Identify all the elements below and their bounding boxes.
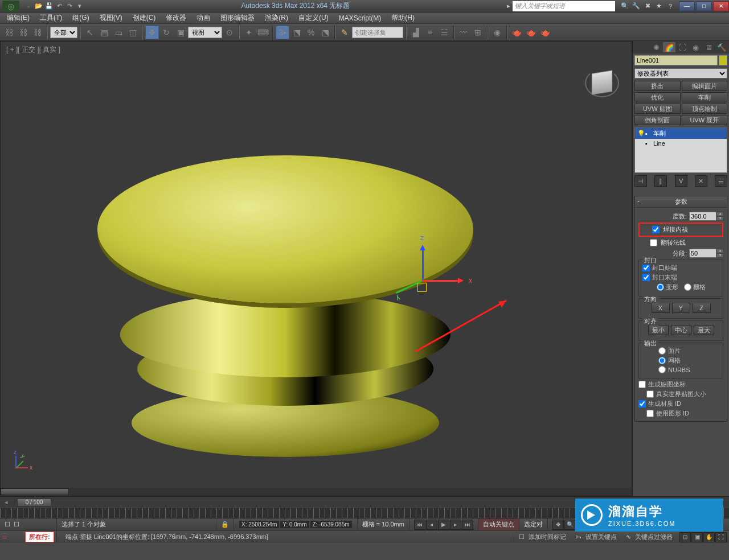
link-icon[interactable]: ⛓	[2, 26, 16, 39]
menu-edit[interactable]: 编辑(E)	[2, 12, 34, 24]
edit-selection-icon[interactable]: ✎	[338, 26, 351, 39]
maximize-icon[interactable]: ⛶	[715, 532, 727, 542]
manipulate-icon[interactable]: ✦	[242, 26, 256, 39]
show-end-icon[interactable]: ∥	[654, 175, 667, 187]
prev-frame-icon[interactable]: ◂	[426, 520, 437, 530]
favorites-icon[interactable]: ★	[654, 2, 664, 11]
set-key-button[interactable]: 设置关键点	[585, 533, 617, 540]
menu-tools[interactable]: 工具(T)	[35, 12, 67, 24]
remove-mod-icon[interactable]: ✕	[695, 175, 707, 187]
new-icon[interactable]: ▫	[24, 2, 33, 11]
align-max-button[interactable]: 最大	[694, 325, 714, 335]
dir-x-button[interactable]: X	[652, 303, 670, 313]
select-name-icon[interactable]: ▤	[97, 26, 111, 39]
dir-z-button[interactable]: Z	[693, 303, 711, 313]
hierarchy-tab-icon[interactable]: ⛶	[676, 42, 689, 52]
qat-dropdown-icon[interactable]: ▾	[75, 2, 84, 11]
menu-views[interactable]: 视图(V)	[95, 12, 127, 24]
menu-graph[interactable]: 图形编辑器	[216, 12, 259, 24]
angle-snap-icon[interactable]: ⬔	[290, 26, 304, 39]
pan-icon[interactable]: ✥	[552, 520, 564, 530]
out-nurbs-radio[interactable]	[658, 366, 666, 373]
subscription-icon[interactable]: 🔧	[631, 2, 641, 11]
spin-down-icon[interactable]: ▾	[716, 216, 723, 221]
menu-customize[interactable]: 自定义(U)	[294, 12, 333, 24]
lock-icon[interactable]: 🔒	[216, 518, 234, 530]
flip-normals-checkbox[interactable]	[650, 239, 657, 246]
sel-lock2-icon[interactable]: ☐	[14, 521, 19, 528]
exchange-icon[interactable]: ✖	[642, 2, 653, 11]
mod-btn-bevel[interactable]: 倒角剖面	[634, 115, 681, 125]
window-cross-icon[interactable]: ◫	[126, 26, 140, 39]
weld-core-checkbox[interactable]	[652, 226, 660, 233]
play-icon[interactable]: ▶	[438, 520, 449, 530]
view-cube[interactable]	[584, 64, 620, 101]
visibility-icon[interactable]: 💡	[637, 130, 643, 137]
rollout-header[interactable]: -参数	[635, 196, 727, 208]
morph-radio[interactable]	[657, 283, 664, 291]
menu-render[interactable]: 渲染(R)	[260, 12, 293, 24]
motion-tab-icon[interactable]: ◉	[689, 42, 702, 52]
help-search-input[interactable]: 键入关键字或短语	[513, 1, 615, 11]
maximize-button[interactable]: □	[696, 1, 712, 11]
object-color-swatch[interactable]	[719, 55, 727, 65]
display-tab-icon[interactable]: 🖥	[702, 42, 715, 52]
pan2-icon[interactable]: ✋	[703, 532, 715, 542]
menu-modifiers[interactable]: 修改器	[161, 12, 191, 24]
mod-btn-lathe[interactable]: 车削	[682, 92, 728, 102]
unlink-icon[interactable]: ⛓	[17, 26, 30, 39]
align-min-button[interactable]: 最小	[648, 325, 669, 335]
grid-radio[interactable]	[684, 283, 691, 291]
pivot-icon[interactable]: ⊙	[223, 26, 236, 39]
viewport-scrollbar[interactable]	[1, 488, 632, 496]
infocenter-dropdown-icon[interactable]: ▸	[507, 2, 510, 10]
schematic-icon[interactable]: ⊞	[471, 26, 485, 39]
stack-item-lathe[interactable]: 💡 ▪ 车削	[635, 128, 727, 139]
redo-icon[interactable]: ↷	[65, 2, 74, 11]
expand-icon[interactable]: ▪	[645, 130, 651, 137]
menu-maxscript[interactable]: MAXScript(M)	[334, 13, 386, 23]
goto-end-icon[interactable]: ⏭	[462, 520, 473, 530]
make-unique-icon[interactable]: ∀	[675, 175, 687, 187]
help-icon[interactable]: ?	[665, 2, 675, 11]
curve-editor-icon[interactable]: 〰	[457, 26, 470, 39]
timeline-start-icon[interactable]: ◂	[0, 499, 13, 506]
menu-create[interactable]: 创建(C)	[128, 12, 161, 24]
material-icon[interactable]: ◉	[490, 26, 504, 39]
zoom-icon[interactable]: 🔍	[564, 520, 576, 530]
out-mesh-radio[interactable]	[658, 357, 666, 364]
z-coord[interactable]: Z: -6539.085m	[310, 521, 352, 528]
selection-set-status[interactable]: 选定对	[519, 518, 548, 530]
save-icon[interactable]: 💾	[44, 2, 54, 11]
scale-icon[interactable]: ▣	[174, 26, 187, 39]
mirror-icon[interactable]: ▟	[409, 26, 423, 39]
open-icon[interactable]: 📂	[34, 2, 43, 11]
menu-group[interactable]: 组(G)	[68, 12, 93, 24]
cap-end-checkbox[interactable]	[642, 274, 650, 281]
next-frame-icon[interactable]: ▸	[450, 520, 461, 530]
real-world-checkbox[interactable]	[646, 390, 654, 398]
close-button[interactable]: ✕	[713, 1, 729, 11]
segments-input[interactable]	[689, 249, 716, 258]
rotate-icon[interactable]: ↻	[159, 26, 173, 39]
sel-lock-icon[interactable]: ☐	[5, 521, 10, 528]
utilities-tab-icon[interactable]: 🔨	[715, 42, 728, 52]
undo-icon[interactable]: ↶	[55, 2, 64, 11]
spin-up-icon[interactable]: ▴	[716, 212, 723, 216]
add-time-tag[interactable]: ☐ 添加时间标记	[514, 533, 571, 541]
auto-key-button[interactable]: 自动关键点	[478, 518, 519, 530]
move-icon[interactable]: ✥	[145, 26, 159, 39]
ref-coord-select[interactable]: 视图	[188, 27, 222, 38]
keyboard-icon[interactable]: ⌨	[256, 26, 270, 39]
mod-btn-extrude[interactable]: 挤出	[634, 81, 681, 91]
percent-snap-icon[interactable]: %	[304, 26, 318, 39]
menu-animation[interactable]: 动画	[192, 12, 215, 24]
goto-start-icon[interactable]: ⏮	[414, 520, 425, 530]
modify-tab-icon[interactable]: 🌈	[663, 42, 675, 52]
pin-stack-icon[interactable]: ⊣	[634, 175, 647, 187]
object-name-input[interactable]	[634, 55, 718, 65]
mod-btn-uvwunwrap[interactable]: UVW 展开	[682, 115, 728, 125]
degrees-input[interactable]	[689, 212, 716, 221]
minimize-button[interactable]: —	[679, 1, 695, 11]
modifier-list-select[interactable]: 修改器列表	[634, 68, 727, 79]
